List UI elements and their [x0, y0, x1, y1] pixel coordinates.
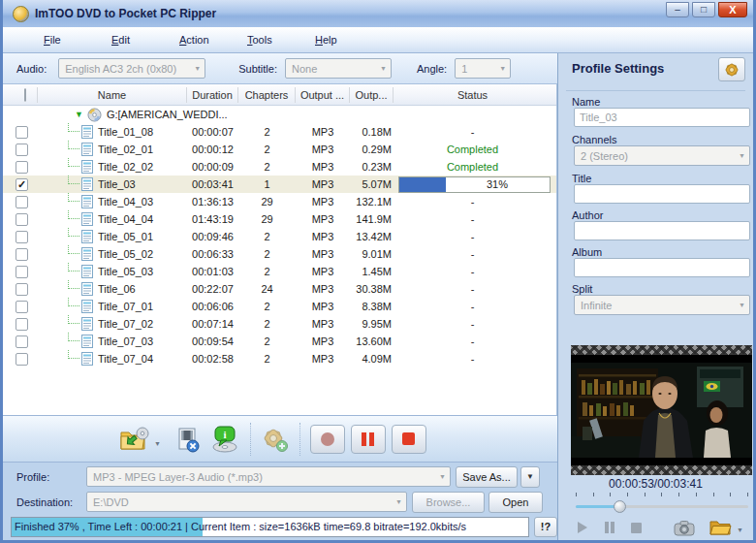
table-row[interactable]: Title_07_0200:07:142MP39.95M-	[3, 315, 556, 333]
ruler-tick	[696, 493, 697, 496]
channels-select[interactable]: 2 (Stereo) ▼	[574, 145, 750, 166]
row-checkbox[interactable]	[16, 318, 28, 331]
column-duration[interactable]: Duration	[187, 87, 238, 103]
open-dropdown-arrow-icon[interactable]: ▼	[154, 440, 161, 447]
save-as-dropdown-button[interactable]: ▼	[520, 466, 540, 488]
menu-action[interactable]: Action	[179, 34, 247, 46]
dvd-disc-icon	[87, 108, 102, 122]
table-header: Name Duration Chapters Output ... Outp..…	[3, 84, 556, 106]
open-button[interactable]: Open	[488, 492, 543, 513]
title-chapters: 2	[238, 263, 296, 280]
minimize-button[interactable]: –	[666, 2, 689, 17]
title-output-size: 5.07M	[350, 176, 394, 193]
row-checkbox[interactable]	[16, 266, 28, 278]
table-row[interactable]: Title_07_0100:06:062MP38.38M-	[3, 298, 556, 315]
table-row[interactable]: Title_02_0100:00:122MP30.29MCompleted	[3, 141, 556, 158]
open-output-folder-icon[interactable]	[709, 519, 732, 536]
subtitle-select[interactable]: None ▼	[285, 58, 392, 79]
split-select-value: Infinite	[581, 300, 612, 311]
row-checkbox[interactable]	[16, 301, 28, 313]
menu-tools[interactable]: Tools	[247, 34, 315, 46]
row-checkbox[interactable]	[16, 283, 28, 296]
table-row[interactable]: Title_05_0300:01:032MP31.45M-	[3, 263, 556, 280]
tree-branch-line	[68, 298, 79, 306]
row-progress-fill	[399, 177, 446, 192]
maximize-button[interactable]: □	[692, 2, 715, 17]
profile-settings-gear-button[interactable]	[718, 57, 745, 81]
help-button[interactable]: !?	[534, 517, 557, 537]
toolbar-separator	[299, 423, 300, 456]
name-field[interactable]	[574, 108, 750, 127]
title-status: -	[394, 193, 551, 210]
row-checkbox[interactable]	[16, 353, 28, 366]
row-checkbox[interactable]	[16, 231, 28, 243]
row-checkbox[interactable]	[16, 144, 28, 156]
preview-transport: ▼	[576, 519, 743, 536]
title-file-icon	[81, 195, 93, 208]
tree-branch-line	[68, 141, 79, 149]
album-field[interactable]	[574, 258, 750, 277]
table-row[interactable]: Title_07_0400:02:582MP34.09M-	[3, 350, 556, 367]
row-checkbox[interactable]	[16, 126, 28, 139]
select-all-column-header[interactable]	[3, 87, 38, 103]
tree-branch-line	[68, 210, 79, 219]
ruler-tick	[610, 493, 611, 496]
title-output-size: 4.09M	[350, 350, 394, 367]
table-row[interactable]: Title_04_0401:43:1929MP3141.9M-	[3, 210, 556, 228]
table-row[interactable]: ✓Title_0300:03:411MP35.07M31%	[3, 176, 556, 193]
stop-rip-button[interactable]	[392, 425, 426, 454]
play-icon[interactable]	[576, 521, 589, 534]
title-duration: 00:00:12	[187, 141, 238, 158]
tree-expanded-icon[interactable]: ▼	[75, 110, 83, 119]
row-checkbox[interactable]: ✓	[16, 178, 28, 191]
chevron-down-icon: ▼	[733, 152, 745, 159]
author-field[interactable]	[574, 221, 750, 240]
row-checkbox[interactable]	[16, 213, 28, 226]
close-button[interactable]: X	[718, 2, 747, 17]
menu-file[interactable]: File	[44, 34, 111, 46]
split-select[interactable]: Infinite ▼	[574, 295, 750, 315]
column-output-format[interactable]: Output ...	[296, 87, 350, 103]
profile-select[interactable]: MP3 - MPEG Layer-3 Audio (*.mp3) ▼	[86, 466, 451, 487]
angle-select[interactable]: 1 ▼	[455, 58, 511, 79]
seek-thumb[interactable]	[614, 500, 626, 513]
column-name[interactable]: Name	[38, 87, 187, 103]
open-dvd-folder-icon[interactable]	[117, 425, 152, 454]
destination-select[interactable]: E:\DVD ▼	[86, 492, 407, 512]
pause-icon[interactable]	[603, 521, 616, 534]
table-row[interactable]: Title_01_0800:00:072MP30.18M-	[3, 123, 556, 141]
chevron-down-icon: ▼	[433, 473, 446, 480]
column-status[interactable]: Status	[394, 87, 551, 103]
column-output-size[interactable]: Outp...	[350, 87, 394, 103]
pause-rip-button[interactable]	[351, 425, 386, 454]
title-duration: 01:43:19	[187, 210, 238, 228]
save-as-button[interactable]: Save As...	[456, 466, 518, 488]
title-field[interactable]	[574, 184, 750, 204]
menu-edit[interactable]: Edit	[111, 34, 179, 46]
select-all-checkbox[interactable]	[24, 88, 26, 102]
disc-info-icon[interactable]: i	[209, 426, 240, 453]
column-chapters[interactable]: Chapters	[238, 87, 296, 103]
album-label: Album	[572, 246, 602, 258]
snapshot-camera-icon[interactable]	[674, 520, 695, 536]
remove-file-icon[interactable]	[174, 426, 202, 453]
menu-help[interactable]: Help	[315, 34, 383, 46]
table-row[interactable]: Title_04_0301:36:1329MP3132.1M-	[3, 193, 556, 210]
row-checkbox[interactable]	[16, 248, 28, 261]
table-row[interactable]: Title_02_0200:00:092MP30.23MCompleted	[3, 158, 556, 176]
table-row[interactable]: Title_0600:22:0724MP330.38M-	[3, 280, 556, 298]
disc-row[interactable]: ▼ G:[AMERICAN_WEDDI...	[3, 106, 556, 123]
stop-icon[interactable]	[630, 522, 643, 534]
row-checkbox[interactable]	[16, 335, 28, 348]
add-profile-gear-icon[interactable]	[261, 426, 290, 453]
table-row[interactable]: Title_05_0200:06:332MP39.01M-	[3, 245, 556, 263]
audio-select[interactable]: English AC3 2ch (0x80) ▼	[58, 58, 205, 79]
table-row[interactable]: Title_05_0100:09:462MP313.42M-	[3, 228, 556, 245]
folder-dropdown-arrow-icon[interactable]: ▼	[737, 527, 743, 533]
table-row[interactable]: Title_07_0300:09:542MP313.60M-	[3, 333, 556, 350]
browse-button[interactable]: Browse...	[412, 492, 485, 513]
record-button[interactable]	[310, 425, 345, 454]
row-checkbox[interactable]	[16, 161, 28, 174]
seek-slider[interactable]	[576, 500, 748, 512]
row-checkbox[interactable]	[16, 196, 28, 208]
